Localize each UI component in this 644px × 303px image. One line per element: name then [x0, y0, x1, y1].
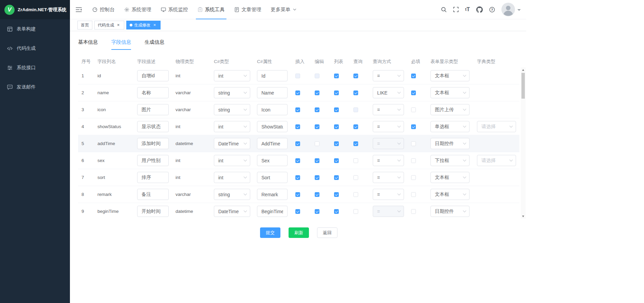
csharp-type-select[interactable]: DateTime — [214, 138, 250, 149]
query-checkbox[interactable] — [353, 192, 358, 197]
insert-checkbox[interactable] — [295, 209, 300, 214]
column-desc-input[interactable] — [137, 189, 169, 200]
sidebar-item-code-gen[interactable]: 代码生成 — [0, 39, 70, 58]
topnav-item-more-menu[interactable]: 更多菜单 — [266, 0, 301, 19]
required-checkbox[interactable] — [411, 107, 416, 112]
edit-checkbox[interactable] — [315, 209, 319, 214]
list-checkbox[interactable] — [334, 74, 339, 78]
list-checkbox[interactable] — [334, 175, 339, 180]
dict-type-select[interactable]: 请选择 — [477, 121, 516, 132]
query-checkbox[interactable] — [353, 209, 358, 214]
sidebar-item-form-build[interactable]: 表单构建 — [0, 19, 70, 39]
csharp-prop-input[interactable] — [257, 87, 288, 98]
list-checkbox[interactable] — [334, 158, 339, 163]
query-checkbox[interactable] — [353, 124, 358, 129]
insert-checkbox[interactable] — [295, 158, 300, 163]
display-type-select[interactable]: 下拉框 — [430, 155, 470, 166]
sidebar-item-send-mail[interactable]: 发送邮件 — [0, 77, 70, 97]
required-checkbox[interactable] — [411, 175, 416, 180]
dict-type-select[interactable]: 请选择 — [477, 155, 516, 166]
sidebar-item-api[interactable]: 系统接口 — [0, 58, 70, 77]
query-type-select[interactable]: = — [373, 138, 404, 149]
insert-checkbox[interactable] — [295, 141, 300, 146]
question-icon[interactable]: ? — [489, 7, 495, 13]
query-type-select[interactable]: = — [373, 70, 404, 81]
column-desc-input[interactable] — [137, 138, 169, 149]
scroll-down-icon[interactable] — [521, 214, 526, 219]
csharp-prop-input[interactable] — [257, 206, 288, 217]
query-checkbox[interactable] — [353, 74, 358, 78]
required-checkbox[interactable] — [411, 192, 416, 197]
query-checkbox[interactable] — [353, 90, 358, 95]
csharp-type-select[interactable]: int — [214, 121, 250, 132]
query-type-select[interactable]: LIKE — [373, 87, 404, 98]
column-desc-input[interactable] — [137, 87, 169, 98]
display-type-select[interactable]: 文本框 — [430, 70, 470, 81]
edit-checkbox[interactable] — [315, 175, 319, 180]
insert-checkbox[interactable] — [295, 74, 300, 78]
query-checkbox[interactable] — [353, 175, 358, 180]
insert-checkbox[interactable] — [295, 90, 300, 95]
query-type-select[interactable]: = — [373, 121, 404, 132]
required-checkbox[interactable] — [411, 141, 416, 146]
tab-gen-info[interactable]: 生成信息 — [145, 39, 164, 50]
display-type-select[interactable]: 单选框 — [430, 121, 470, 132]
csharp-prop-input[interactable] — [257, 172, 288, 183]
required-checkbox[interactable] — [411, 74, 416, 78]
required-checkbox[interactable] — [411, 158, 416, 163]
column-desc-input[interactable] — [137, 121, 169, 132]
edit-checkbox[interactable] — [315, 107, 319, 112]
list-checkbox[interactable] — [334, 141, 339, 146]
topnav-item-system-monitor[interactable]: 系统监控 — [156, 0, 193, 19]
csharp-type-select[interactable]: string — [214, 87, 250, 98]
list-checkbox[interactable] — [334, 192, 339, 197]
app-logo[interactable]: V ZrAdmin.NET-管理系统 — [0, 0, 70, 19]
edit-checkbox[interactable] — [315, 141, 319, 146]
topnav-item-articles[interactable]: 文章管理 — [229, 0, 266, 19]
edit-checkbox[interactable] — [315, 74, 319, 78]
query-type-select[interactable]: = — [373, 189, 404, 200]
scroll-up-icon[interactable] — [521, 67, 526, 72]
insert-checkbox[interactable] — [295, 107, 300, 112]
csharp-type-select[interactable]: DateTime — [214, 206, 250, 217]
csharp-type-select[interactable]: int — [214, 70, 250, 81]
close-icon[interactable]: × — [152, 23, 157, 28]
display-type-select[interactable]: 文本框 — [430, 189, 470, 200]
fullscreen-icon[interactable] — [453, 7, 459, 12]
edit-checkbox[interactable] — [315, 124, 319, 129]
csharp-type-select[interactable]: int — [214, 155, 250, 166]
column-desc-input[interactable] — [137, 155, 169, 166]
csharp-type-select[interactable]: int — [214, 172, 250, 183]
insert-checkbox[interactable] — [295, 192, 300, 197]
query-type-select[interactable]: = — [373, 155, 404, 166]
github-icon[interactable] — [476, 6, 483, 13]
back-button[interactable]: 返回 — [317, 227, 337, 238]
csharp-prop-input[interactable] — [257, 189, 288, 200]
list-checkbox[interactable] — [334, 209, 339, 214]
column-desc-input[interactable] — [137, 172, 169, 183]
column-desc-input[interactable] — [137, 206, 169, 217]
required-checkbox[interactable] — [411, 90, 416, 95]
query-type-select[interactable]: = — [373, 104, 404, 115]
insert-checkbox[interactable] — [295, 175, 300, 180]
column-desc-input[interactable] — [137, 104, 169, 115]
avatar-icon[interactable] — [501, 3, 515, 16]
tab-basic-info[interactable]: 基本信息 — [78, 39, 98, 50]
submit-button[interactable]: 提交 — [260, 227, 280, 238]
scrollbar-thumb[interactable] — [521, 73, 525, 99]
insert-checkbox[interactable] — [295, 124, 300, 129]
list-checkbox[interactable] — [334, 107, 339, 112]
tag-code-gen[interactable]: 代码生成× — [94, 21, 124, 29]
display-type-select[interactable]: 日期控件 — [430, 206, 470, 217]
query-checkbox[interactable] — [353, 107, 358, 112]
csharp-prop-input[interactable] — [257, 138, 288, 149]
query-checkbox[interactable] — [353, 158, 358, 163]
csharp-prop-input[interactable] — [257, 121, 288, 132]
csharp-type-select[interactable]: string — [214, 104, 250, 115]
topnav-item-system-admin[interactable]: 系统管理 — [119, 0, 156, 19]
topnav-item-system-tools[interactable]: 系统工具 — [193, 0, 229, 19]
required-checkbox[interactable] — [411, 124, 416, 129]
csharp-type-select[interactable]: string — [214, 189, 250, 200]
query-checkbox[interactable] — [353, 141, 358, 146]
list-checkbox[interactable] — [334, 124, 339, 129]
